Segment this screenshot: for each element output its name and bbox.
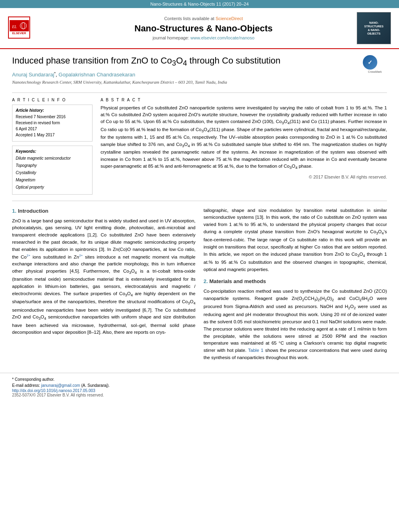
author-1[interactable]: Anuraj Sundararaj	[12, 72, 54, 78]
methods-label: Materials and methods	[209, 278, 266, 284]
article-info-label: A R T I C L E I N F O	[12, 98, 93, 102]
body-left-col: 1. Introduction ZnO is a large band gap …	[12, 207, 195, 365]
journal-header: EL ELSEVIER Contents lists available at …	[0, 8, 399, 49]
journal-volume-text: Nano-Structures & Nano-Objects 11 (2017)…	[150, 2, 249, 6]
thumb-title: NANO- STRUCTURES & NANO- OBJECTS	[364, 21, 384, 35]
abstract-label: A B S T R A C T	[101, 98, 387, 102]
sciencedirect-link[interactable]: ScienceDirect	[216, 16, 243, 21]
elsevier-label: ELSEVIER	[12, 32, 26, 35]
keywords-box: Keywords: Dilute magnetic semiconductor …	[12, 146, 93, 195]
email-link[interactable]: janunaraj@gmail.com	[41, 383, 80, 388]
header-left: EL ELSEVIER	[8, 16, 56, 40]
keywords-title: Keywords:	[16, 149, 89, 154]
article-info-column: A R T I C L E I N F O Article history: R…	[12, 98, 93, 195]
intro-num: 1.	[12, 208, 16, 214]
keyword-3: Crystallinity	[16, 169, 89, 177]
issn-copyright: 2352-507X/© 2017 Elsevier B.V. All right…	[12, 393, 387, 397]
crossmark-area: ✓ CrossMark	[363, 55, 387, 73]
accepted-text: Accepted 1 May 2017	[16, 132, 89, 138]
body-divider	[12, 201, 387, 201]
footer-left: * Corresponding author. E-mail address: …	[12, 376, 387, 397]
journal-title-header: Nano-Structures & Nano-Objects	[56, 23, 351, 34]
abstract-column: A B S T R A C T Physical properties of C…	[101, 98, 387, 195]
intro-heading: 1. Introduction	[12, 207, 195, 215]
article-info-abstract: A R T I C L E I N F O Article history: R…	[12, 98, 387, 195]
methods-num: 2.	[204, 278, 208, 284]
keyword-1: Dilute magnetic semiconductor	[16, 155, 89, 162]
article-history-box: Article history: Received 7 November 201…	[12, 105, 93, 142]
received-text: Received 7 November 2016	[16, 114, 89, 120]
author-2[interactable]: Gopalakrishnan Chandrasekaran	[59, 72, 136, 78]
corresponding-note: * Corresponding author.	[12, 376, 387, 382]
title-row: Induced phase transition from ZnO to Co3…	[12, 55, 387, 89]
homepage-line: journal homepage: www.elsevier.com/locat…	[56, 35, 351, 40]
table-1-ref[interactable]: Table 1	[248, 348, 263, 353]
body-right-col: tallographic, shape and size modulation …	[204, 207, 387, 365]
article-content: Induced phase transition from ZnO to Co3…	[0, 49, 399, 373]
article-title: Induced phase transition from ZnO to Co3…	[12, 55, 359, 68]
body-columns: 1. Introduction ZnO is a large band gap …	[12, 207, 387, 365]
crossmark-badge[interactable]: ✓	[363, 55, 377, 70]
methods-heading: 2. Materials and methods	[204, 277, 387, 286]
article-divider	[12, 92, 387, 93]
email-note: E-mail address: janunaraj@gmail.com (A. …	[12, 382, 387, 388]
header-center: Contents lists available at ScienceDirec…	[56, 16, 351, 40]
doi-link[interactable]: http://dx.doi.org/10.1016/j.nanoso.2017.…	[12, 388, 387, 393]
authors-line: Anuraj Sundararaj*, Gopalakrishnan Chand…	[12, 71, 359, 78]
journal-thumbnail: NANO- STRUCTURES & NANO- OBJECTS	[357, 12, 391, 44]
methods-paragraph-1: Co-precipitation reaction method was use…	[204, 288, 387, 362]
header-right: NANO- STRUCTURES & NANO- OBJECTS	[351, 12, 391, 44]
title-col: Induced phase transition from ZnO to Co3…	[12, 55, 359, 89]
copyright-text: © 2017 Elsevier B.V. All rights reserved…	[101, 175, 387, 179]
intro-paragraph-2: tallographic, shape and size modulation …	[204, 207, 387, 273]
svg-point-2	[22, 23, 25, 29]
history-title: Article history:	[16, 108, 89, 113]
svg-point-1	[20, 23, 27, 29]
intro-label: Introduction	[18, 208, 48, 214]
intro-paragraph-1: ZnO is a large band gap semiconductor th…	[12, 218, 195, 337]
homepage-link[interactable]: www.elsevier.com/locate/nanoso	[191, 35, 255, 40]
svg-text:EL: EL	[12, 25, 17, 29]
footer-area: * Corresponding author. E-mail address: …	[0, 373, 399, 399]
abstract-text: Physical properties of Co substituted Zn…	[101, 105, 387, 171]
revised-text: Received in revised form	[16, 120, 89, 126]
keyword-2: Topography	[16, 162, 89, 169]
crossmark-text: CrossMark	[363, 70, 387, 73]
sciencedirect-line: Contents lists available at ScienceDirec…	[56, 16, 351, 21]
affiliation: Nanotechnology Research Center, SRM Univ…	[12, 80, 359, 84]
keyword-5: Optical property	[16, 184, 89, 191]
keyword-4: Magnetism	[16, 177, 89, 184]
revised-text-2: 6 April 2017	[16, 126, 89, 132]
top-bar: Nano-Structures & Nano-Objects 11 (2017)…	[0, 0, 399, 8]
